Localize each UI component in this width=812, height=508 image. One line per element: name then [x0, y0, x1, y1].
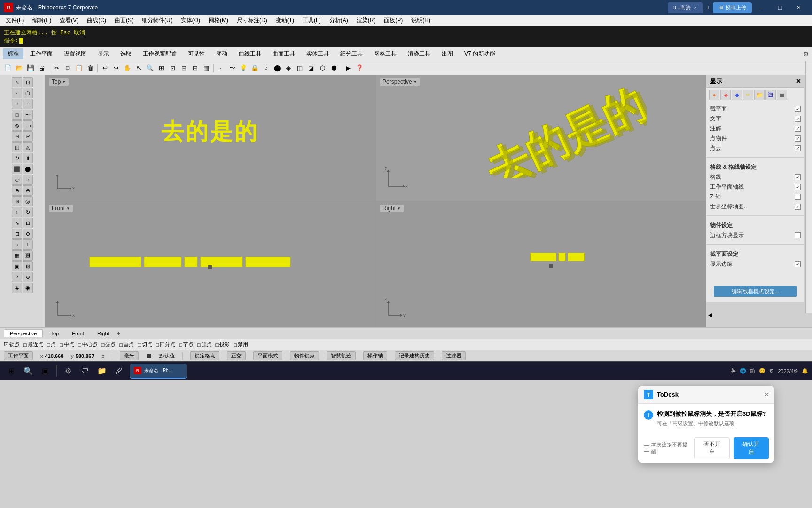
menu-edit[interactable]: 编辑(E)	[29, 16, 55, 25]
cmd-cursor[interactable]	[19, 38, 23, 44]
menu-transform[interactable]: 变动(T)	[272, 16, 298, 25]
extrude-tool[interactable]: ⬆	[23, 153, 33, 163]
taskbar-app-icon[interactable]: 🖊	[111, 364, 126, 379]
image-tool[interactable]: 🖼	[23, 250, 33, 261]
menu-surface[interactable]: 曲面(S)	[111, 16, 137, 25]
shell-tool[interactable]: ◎	[23, 196, 33, 206]
cut-btn[interactable]: ✂	[51, 63, 62, 73]
workplane-btn[interactable]: 工作平面	[4, 351, 33, 360]
toolbar-tab-visible[interactable]: 可见性	[183, 48, 210, 59]
panel-icon-folder[interactable]: 📁	[754, 90, 765, 100]
paste-btn[interactable]: 📋	[74, 63, 84, 73]
sphere-tool2[interactable]: ⬤	[23, 164, 33, 174]
popup-yes-btn[interactable]: 确认开启	[734, 437, 769, 459]
toolbar-tab-select[interactable]: 选取	[116, 48, 136, 59]
toolbar-tab-layout[interactable]: 出图	[437, 48, 458, 59]
extend-tool[interactable]: ⟶	[23, 120, 33, 131]
toolbar-settings-icon[interactable]: ⚙	[803, 50, 809, 58]
offset-tool[interactable]: ⊛	[12, 131, 22, 142]
vtab-perspective[interactable]: Perspective	[4, 329, 43, 337]
panel-icon-env[interactable]: ◆	[732, 90, 742, 100]
mesh-edge-tool[interactable]: ⊠	[23, 261, 33, 271]
polygon-tool[interactable]: ⬡	[23, 88, 33, 98]
taskbar-notif[interactable]: 🔔	[802, 368, 808, 374]
ortho-btn[interactable]: 正交	[227, 351, 246, 360]
taskbar-input-method[interactable]: 简	[750, 367, 755, 374]
vtab-front[interactable]: Front	[66, 330, 90, 337]
toolbar-tab-surface[interactable]: 曲面工具	[268, 48, 300, 59]
render-mode-btn[interactable]: ◪	[306, 63, 316, 73]
save-btn[interactable]: 💾	[25, 63, 36, 73]
right-panel-close-btn[interactable]: ×	[796, 77, 801, 86]
start-btn[interactable]: ⊞	[4, 364, 19, 379]
cutplane-checkbox[interactable]	[795, 106, 801, 112]
analysis-tool[interactable]: ✓	[12, 272, 22, 282]
select-btn[interactable]: ↖	[133, 63, 144, 73]
toolbar-tab-curve[interactable]: 曲线工具	[234, 48, 266, 59]
menu-mesh[interactable]: 网格(M)	[205, 16, 232, 25]
sphere-btn[interactable]: ⬤	[272, 63, 282, 73]
vtab-right[interactable]: Right	[92, 330, 115, 337]
zoom-win-btn[interactable]: ⊞	[156, 63, 166, 73]
menu-file[interactable]: 文件(F)	[2, 16, 28, 25]
taskbar-security-icon[interactable]: 🛡	[78, 364, 93, 379]
curve-btn[interactable]: 〜	[227, 63, 237, 73]
taskbar-files-icon[interactable]: 📁	[94, 364, 109, 379]
new-btn[interactable]: 📄	[3, 63, 13, 73]
taskbar-view-btn[interactable]: ▣	[38, 364, 53, 379]
mirror-tool[interactable]: ⊟	[23, 218, 33, 228]
menu-dim[interactable]: 尺寸标注(D)	[233, 16, 271, 25]
scale-tool[interactable]: ⤡	[12, 218, 22, 228]
todesk-upload-btn[interactable]: 🖥 投稿上传	[713, 2, 752, 13]
polyline-tool[interactable]: 〜	[23, 110, 33, 120]
lock-btn[interactable]: 🔒	[250, 63, 260, 73]
vtab-top[interactable]: Top	[45, 330, 64, 337]
text-tool[interactable]: T	[23, 239, 33, 250]
osnap-btn[interactable]: 物件锁点	[290, 351, 319, 360]
redo-btn[interactable]: ↪	[111, 63, 121, 73]
hatch-tool[interactable]: ▦	[12, 250, 22, 261]
close-btn[interactable]: ×	[789, 0, 808, 15]
zoom-in-btn[interactable]: 🔍	[145, 63, 155, 73]
point-btn[interactable]: ·	[216, 63, 226, 73]
panel-icon-texture[interactable]: ✏	[743, 90, 753, 100]
loft-tool[interactable]: ◫	[12, 142, 22, 152]
mesh-face-tool[interactable]: ▣	[12, 261, 22, 271]
menu-render[interactable]: 渲染(R)	[353, 16, 380, 25]
viewport-front[interactable]: Front ▼ x	[45, 202, 375, 327]
taskbar-gear[interactable]: ⚙	[769, 368, 774, 374]
help-btn[interactable]: ❓	[354, 63, 365, 73]
arc-tool[interactable]: ◜	[23, 99, 33, 109]
toolbar-tab-subd[interactable]: 细分工具	[336, 48, 367, 59]
dim-tool[interactable]: ↔	[12, 239, 22, 250]
bbox-checkbox[interactable]	[795, 232, 801, 238]
undo-btn[interactable]: ↩	[100, 63, 110, 73]
tab-add-btn[interactable]: +	[703, 4, 713, 11]
filter-btn[interactable]: 过滤器	[442, 351, 466, 360]
zaxis-checkbox[interactable]	[795, 194, 801, 200]
viewport-perspective[interactable]: Perspective ▼ 去的是的 去的是的	[376, 75, 706, 201]
taskbar-search-btn[interactable]: 🔍	[21, 364, 36, 379]
toolbar-tab-solid[interactable]: 实体工具	[302, 48, 334, 59]
edit-mode-btn[interactable]: 编辑'线框模式'设定...	[714, 286, 797, 297]
main-scrollbar[interactable]	[805, 61, 812, 313]
point-tool[interactable]: ·	[12, 88, 22, 98]
pointcloud-checkbox[interactable]	[795, 145, 801, 151]
subd-tool[interactable]: ◈	[12, 283, 22, 293]
taskbar-rhino-app[interactable]: R 未命名 - Rh...	[130, 364, 187, 379]
sweep-tool[interactable]: ◬	[23, 142, 33, 152]
select-tool[interactable]: ↖	[12, 77, 22, 87]
taskbar-settings-icon[interactable]: ⚙	[61, 364, 76, 379]
toolbar-tab-render[interactable]: 渲染工具	[403, 48, 435, 59]
smart-trace-btn[interactable]: 智慧轨迹	[327, 351, 356, 360]
viewport-right[interactable]: Right ▼ y z	[376, 202, 706, 327]
trim-tool[interactable]: ✂	[23, 131, 33, 142]
toolbar-tab-workplane[interactable]: 工作平面	[25, 48, 57, 59]
group-tool[interactable]: ⊕	[23, 229, 33, 239]
array-tool[interactable]: ⊞	[12, 229, 22, 239]
nurbs-tool[interactable]: ◉	[23, 283, 33, 293]
viewport-perspective-label[interactable]: Perspective ▼	[380, 78, 420, 86]
taskbar-network-icon[interactable]: 🌐	[740, 368, 746, 374]
show-edge-checkbox[interactable]	[795, 261, 801, 267]
menu-curve[interactable]: 曲线(C)	[83, 16, 110, 25]
